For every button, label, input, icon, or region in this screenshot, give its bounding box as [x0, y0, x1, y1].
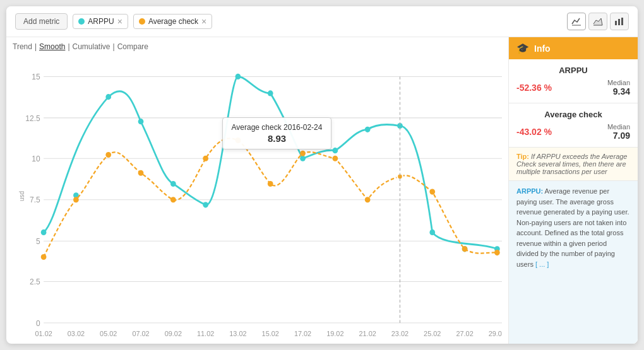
svg-point-60 [429, 189, 435, 195]
svg-text:10: 10 [32, 155, 40, 163]
chart-type-icons [567, 13, 629, 30]
arppu-section-title: ARPPU [516, 66, 630, 75]
definition-link[interactable]: [ ... ] [535, 260, 549, 268]
svg-point-35 [105, 94, 111, 100]
main-content: Trend | Smooth | Cumulative | Compare us… [6, 37, 638, 344]
svg-text:05.02: 05.02 [100, 329, 117, 337]
line-chart-button[interactable] [567, 13, 586, 30]
svg-point-42 [332, 148, 338, 153]
arppu-median: Median 9.34 [607, 79, 630, 96]
metric-tag-avgcheck: Average check × [133, 14, 212, 29]
svg-point-49 [73, 197, 79, 202]
svg-point-51 [138, 170, 144, 176]
svg-point-58 [365, 197, 371, 202]
definition-text: Average revenue per paying user. The ave… [516, 187, 629, 268]
svg-text:15: 15 [32, 73, 40, 81]
svg-text:2.5: 2.5 [30, 277, 40, 286]
svg-text:01.02: 01.02 [35, 329, 52, 337]
avgcheck-median-label: Median [607, 123, 630, 131]
svg-text:12.5: 12.5 [25, 114, 40, 122]
svg-point-55 [268, 181, 273, 187]
arppu-median-value: 9.34 [607, 86, 630, 96]
svg-text:0: 0 [36, 318, 40, 327]
svg-text:13.02: 13.02 [229, 329, 246, 337]
nav-compare[interactable]: Compare [117, 42, 148, 51]
chart-wrapper: usd 0 2.5 5 [13, 55, 502, 337]
chart-svg: 0 2.5 5 7.5 10 12.5 15 01.02 03.02 05.02… [13, 55, 502, 337]
avgcheck-section-title: Average check [516, 110, 630, 119]
svg-rect-2 [618, 19, 620, 25]
svg-point-40 [268, 90, 273, 96]
svg-text:09.02: 09.02 [165, 329, 182, 337]
avgcheck-median-value: 7.09 [607, 131, 630, 141]
svg-point-33 [41, 230, 47, 235]
svg-text:29.02: 29.02 [489, 329, 502, 337]
svg-text:03.02: 03.02 [68, 329, 85, 337]
svg-point-56 [300, 151, 306, 156]
nav-cumulative[interactable]: Cumulative [73, 42, 110, 51]
svg-point-62 [494, 250, 500, 255]
add-metric-button[interactable]: Add metric [15, 13, 68, 30]
avgcheck-section: Average check -43.02 % Median 7.09 [509, 103, 638, 148]
top-bar: Add metric ARPPU × Average check × [6, 6, 638, 37]
tip-section: Tip: If ARPPU exceeds the Average Check … [509, 148, 638, 181]
tip-text: If ARPPU exceeds the Average Check sever… [516, 153, 627, 175]
svg-text:11.02: 11.02 [197, 329, 214, 337]
svg-point-37 [170, 181, 176, 187]
avgcheck-median: Median 7.09 [607, 123, 630, 141]
svg-text:5: 5 [36, 237, 40, 246]
nav-smooth[interactable]: Smooth [39, 42, 65, 51]
svg-text:07.02: 07.02 [132, 329, 149, 337]
avgcheck-color-dot [139, 18, 145, 25]
svg-point-54 [236, 137, 241, 143]
svg-point-43 [365, 127, 371, 132]
panel-header-title: Info [534, 44, 551, 54]
definition-bold: ARPPU: [516, 187, 543, 195]
bar-chart-icon [614, 17, 624, 26]
x-axis-labels: 01.02 03.02 05.02 07.02 09.02 11.02 13.0… [35, 329, 502, 337]
avgcheck-close-icon[interactable]: × [201, 17, 206, 26]
svg-rect-1 [615, 21, 617, 25]
info-icon: 🎓 [516, 42, 529, 54]
arppu-label: ARPPU [88, 17, 114, 26]
svg-text:19.02: 19.02 [326, 329, 343, 337]
svg-text:27.02: 27.02 [456, 329, 473, 337]
avgcheck-line [41, 137, 500, 260]
svg-point-38 [203, 202, 208, 207]
nav-trend[interactable]: Trend [13, 42, 32, 51]
svg-point-61 [462, 246, 468, 252]
arppu-median-label: Median [607, 79, 630, 86]
svg-point-53 [203, 156, 208, 161]
svg-text:21.02: 21.02 [359, 329, 376, 337]
arppu-section: ARPPU -52.36 % Median 9.34 [509, 59, 638, 103]
svg-point-45 [429, 230, 435, 235]
svg-point-50 [105, 152, 111, 158]
svg-point-36 [138, 119, 144, 124]
svg-text:23.02: 23.02 [391, 329, 408, 337]
area-chart-button[interactable] [588, 13, 607, 30]
bar-chart-button[interactable] [610, 13, 629, 30]
avgcheck-change: -43.02 % [516, 127, 552, 137]
line-chart-icon [571, 17, 581, 26]
svg-point-39 [236, 74, 241, 79]
svg-rect-3 [621, 18, 623, 25]
svg-text:15.02: 15.02 [262, 329, 279, 337]
arppu-close-icon[interactable]: × [117, 17, 122, 26]
chart-area: Trend | Smooth | Cumulative | Compare us… [6, 37, 508, 344]
avgcheck-label: Average check [148, 17, 198, 26]
svg-text:7.5: 7.5 [30, 195, 40, 204]
avgcheck-stats: -43.02 % Median 7.09 [516, 123, 630, 141]
panel-header: 🎓 Info [509, 37, 638, 59]
right-panel: 🎓 Info ARPPU -52.36 % Median 9.34 Averag… [508, 37, 638, 344]
metrics-left: Add metric ARPPU × Average check × [15, 13, 212, 30]
svg-point-57 [332, 156, 338, 161]
definition-section: ARPPU: Average revenue per paying user. … [509, 181, 638, 344]
svg-point-41 [300, 156, 306, 161]
area-chart-icon [593, 17, 603, 26]
arppu-stats: -52.36 % Median 9.34 [516, 79, 630, 96]
svg-text:25.02: 25.02 [424, 329, 441, 337]
svg-point-48 [41, 254, 47, 260]
arppu-color-dot [78, 18, 85, 25]
svg-text:17.02: 17.02 [294, 329, 311, 337]
svg-point-52 [170, 197, 176, 202]
